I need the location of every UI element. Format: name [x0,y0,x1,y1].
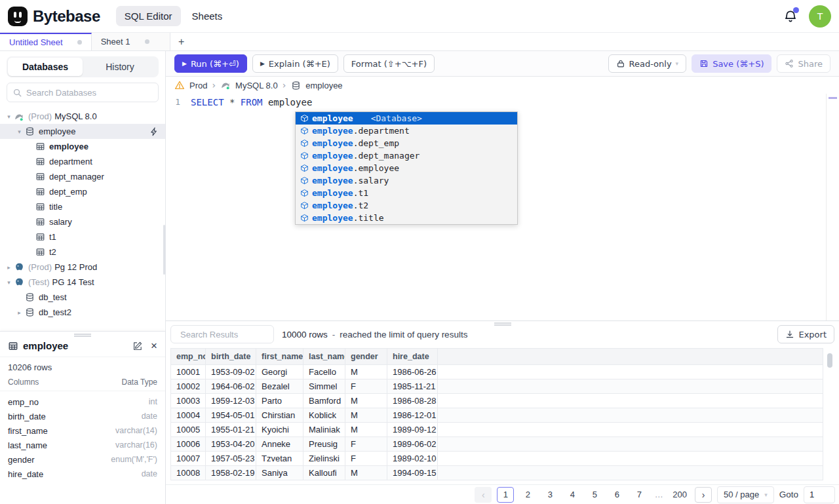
bytebase-logo[interactable]: Bytebase [8,7,100,26]
autocomplete-item[interactable]: employee.department [296,125,517,137]
save-button[interactable]: Save (⌘+S) [692,54,771,73]
export-button[interactable]: Export [777,325,834,343]
column-header-hire_date[interactable]: hire_date [387,349,438,365]
table-row[interactable]: 100061953-04-20AnnekePreusigF1989-06-02 [171,437,823,452]
tree-node-pg-14-test[interactable]: ▾(Test)PG 14 Test [0,275,165,290]
share-button[interactable]: Share [777,54,830,73]
tree-node-db-test2[interactable]: ▸db_test2 [0,305,165,320]
page-size-select[interactable]: 50 / page ▾ [717,486,774,503]
table-cell: 10002 [171,379,206,394]
nav-sql-editor[interactable]: SQL Editor [116,6,181,26]
database-search[interactable] [7,83,159,102]
next-page-button[interactable]: › [695,487,712,503]
close-panel-button[interactable]: × [151,340,157,351]
column-name: emp_no [8,397,39,407]
column-header-first_name[interactable]: first_name [256,349,303,365]
nav-sheets[interactable]: Sheets [184,6,231,26]
sidebar-scrollbar[interactable] [163,225,165,275]
table-icon [35,142,45,152]
results-search-input[interactable] [180,330,296,339]
caret-right-icon[interactable]: ▸ [14,309,24,316]
breadcrumb-instance[interactable]: MySQL 8.0 [235,81,278,90]
autocomplete-item[interactable]: employee.dept_emp [296,137,517,149]
database-search-input[interactable] [26,88,153,98]
prev-page-button[interactable]: ‹ [475,487,492,503]
breadcrumb-database[interactable]: employee [305,81,342,90]
tree-node-mysql-8-0[interactable]: ▾(Prod)MySQL 8.0 [0,109,165,124]
avatar[interactable]: T [809,5,831,28]
page-button-3[interactable]: 3 [541,487,558,503]
tree-node-department[interactable]: department [0,154,165,169]
table-row[interactable]: 100021964-06-02BezalelSimmelF1985-11-21 [171,379,823,394]
breadcrumb-environment[interactable]: Prod [189,81,207,90]
tab-sheet-1[interactable]: Sheet 1 [92,33,170,50]
tree-node-salary[interactable]: salary [0,214,165,229]
table-row[interactable]: 100011953-09-02GeorgiFacelloM1986-06-26 [171,365,823,379]
run-button[interactable]: ▶Run (⌘+⏎) [174,54,247,73]
autocomplete-item[interactable]: employee.t2 [296,199,517,212]
page-button-1[interactable]: 1 [497,487,514,503]
caret-down-icon[interactable]: ▾ [4,113,14,120]
readonly-mode-select[interactable]: Read-only ▾ [608,54,687,73]
caret-right-icon[interactable]: ▸ [4,264,14,271]
table-row[interactable]: 100081958-02-19SaniyaKalloufiM1994-09-15 [171,466,823,480]
caret-down-icon[interactable]: ▾ [4,279,14,286]
new-sheet-button[interactable]: + [170,33,193,50]
page-button-2[interactable]: 2 [519,487,536,503]
tree-node-label: t1 [49,232,56,242]
table-cell: 1954-05-01 [206,408,256,423]
notification-bell-button[interactable] [783,9,798,24]
column-header-gender[interactable]: gender [345,349,387,365]
schema-panel-resize-handle[interactable] [74,334,91,337]
tree-node-employee[interactable]: ▾employee [0,124,165,139]
chevron-down-icon: ▾ [764,492,768,498]
sql-editor[interactable]: 1 SELECT * FROM employee employee<Databa… [166,94,839,320]
tree-node-employee[interactable]: employee [0,139,165,154]
page-button-5[interactable]: 5 [586,487,603,503]
column-header-birth_date[interactable]: birth_date [206,349,256,365]
tree-node-dept-manager[interactable]: dept_manager [0,169,165,184]
tab-untitled-sheet[interactable]: Untitled Sheet [0,33,92,50]
table-cell: Koblick [303,408,345,423]
tree-node-title[interactable]: title [0,199,165,214]
format-button[interactable]: Format (⇧+⌥+F) [343,54,435,73]
tab-databases[interactable]: Databases [8,58,83,76]
table-row[interactable]: 100031959-12-03PartoBamfordM1986-08-28 [171,394,823,408]
autocomplete-item[interactable]: employee.title [296,212,517,224]
table-object-icon [300,126,309,136]
column-header-last_name[interactable]: last_name [303,349,345,365]
tree-node-db-test[interactable]: db_test [0,290,165,305]
editor-minimap[interactable] [826,94,839,320]
table-cell: 10004 [171,408,206,423]
goto-page-input[interactable] [804,486,835,503]
autocomplete-item[interactable]: employee.dept_manager [296,149,517,162]
column-header-emp_no[interactable]: emp_no [171,349,206,365]
tab-history[interactable]: History [83,58,157,76]
results-search[interactable] [170,325,274,343]
autocomplete-item[interactable]: employee.employee [296,162,517,174]
page-button-7[interactable]: 7 [631,487,648,503]
table-object-icon [300,189,309,198]
autocomplete-item-selected[interactable]: employee<Database> [296,112,517,125]
page-button-200[interactable]: 200 [670,487,690,503]
caret-down-icon[interactable]: ▾ [14,128,24,135]
table-row[interactable]: 100071957-05-23TzvetanZielinskiF1989-02-… [171,452,823,466]
table-row[interactable]: 100041954-05-01ChirstianKoblickM1986-12-… [171,408,823,423]
edit-table-button[interactable] [132,341,143,351]
table-row[interactable]: 100051955-01-21KyoichiMaliniakM1989-09-1… [171,423,823,437]
page-button-4[interactable]: 4 [564,487,581,503]
bolt-icon[interactable] [149,127,159,136]
results-resize-handle[interactable] [494,322,511,326]
sheet-tab-bar: Untitled Sheet Sheet 1 + [0,33,839,51]
tree-node-dept-emp[interactable]: dept_emp [0,184,165,199]
autocomplete-item[interactable]: employee.salary [296,174,517,187]
tree-node-pg-12-prod[interactable]: ▸(Prod)Pg 12 Prod [0,260,165,275]
results-scrollbar[interactable] [827,353,832,368]
autocomplete-item[interactable]: employee.t1 [296,187,517,199]
explain-button[interactable]: ▶Explain (⌘+E) [252,54,338,73]
tree-node-t1[interactable]: t1 [0,229,165,244]
page-button-6[interactable]: 6 [608,487,625,503]
tree-node-t2[interactable]: t2 [0,244,165,260]
column-name: gender [8,455,34,465]
table-cell: M [345,408,387,423]
